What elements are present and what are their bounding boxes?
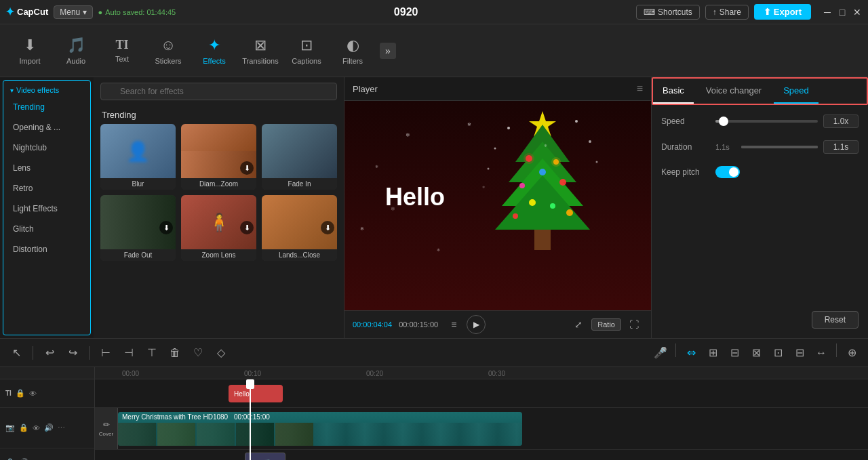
minimize-button[interactable]: ─ (822, 7, 833, 18)
audio-clip[interactable]: 🎵 (245, 453, 285, 460)
sidebar-item-opening[interactable]: Opening & ... (3, 117, 90, 138)
tool-filters[interactable]: ◐ Filters (331, 27, 374, 75)
search-wrapper: 🔍 (100, 83, 337, 100)
tool-transitions[interactable]: ⊠ Transitions (239, 27, 282, 75)
sidebar-item-nightclub[interactable]: Nightclub (3, 138, 90, 158)
effect-name-landsclose: Lands...Close (262, 249, 337, 261)
split-v-button[interactable]: ⊣ (119, 343, 138, 362)
play-button[interactable]: ▶ (467, 315, 486, 334)
bookmark-button[interactable]: ◇ (212, 343, 231, 362)
fullscreen-button[interactable]: ⛶ (625, 316, 643, 333)
tool-effects[interactable]: ✦ Effects (193, 27, 236, 75)
list-view-button[interactable]: ≡ (445, 316, 462, 333)
menu-button[interactable]: Menu ▾ (54, 5, 92, 19)
speed-slider-track[interactable] (715, 120, 818, 123)
sidebar-item-lighteffects[interactable]: Light Effects (3, 198, 90, 219)
effect-card-fadeout[interactable]: ⬇ Fade Out (100, 195, 176, 261)
cover-button[interactable]: ✏ Cover (95, 408, 118, 449)
top-bar: ✦ CapCut Menu ▾ ● Auto saved: 01:44:45 0… (0, 0, 868, 24)
ruler-mark-3: 00:30 (488, 370, 505, 377)
export-button[interactable]: ⬆ Export (754, 4, 811, 20)
time-total: 00:00:15:00 (399, 320, 438, 329)
text-clip-hello[interactable]: Hello (229, 385, 283, 402)
split-h-button[interactable]: ⊤ (142, 343, 161, 362)
shortcuts-button[interactable]: ⌨ Shortcuts (636, 5, 700, 20)
fullscreen-preview-button[interactable]: ⤢ (570, 316, 587, 333)
sidebar-item-trending[interactable]: Trending (3, 97, 90, 117)
expand-clips-button[interactable]: ⊠ (747, 343, 766, 362)
christmas-tree-svg (475, 108, 610, 270)
delete-button[interactable]: 🗑 (165, 343, 184, 362)
export-icon: ⬆ (764, 7, 771, 17)
duration-slider-track[interactable] (741, 146, 818, 148)
effect-card-zoomlens[interactable]: 🧍 ⬇ Zoom Lens (181, 195, 256, 261)
search-input[interactable] (100, 83, 337, 100)
filters-icon: ◐ (347, 37, 359, 54)
tool-import[interactable]: ⬇ Import (8, 27, 52, 75)
ruler-mark-2: 00:20 (366, 370, 383, 377)
player-menu-icon[interactable]: ≡ (637, 83, 643, 95)
tool-audio[interactable]: 🎵 Audio (54, 27, 98, 75)
split-button[interactable]: ⊢ (96, 343, 115, 362)
autosave-icon: ● (98, 8, 103, 16)
mic-button[interactable]: 🎤 (651, 343, 670, 362)
tool-captions[interactable]: ⊡ Captions (285, 27, 328, 75)
playhead[interactable] (250, 379, 251, 460)
tool-text[interactable]: TI Text (100, 27, 144, 75)
zoomlens-thumb: 🧍 ⬇ (181, 195, 256, 249)
captions-icon: ⊡ (300, 37, 313, 54)
effects-icon: ✦ (208, 37, 220, 54)
download-icon-zoomlens: ⬇ (240, 221, 254, 234)
tool-stickers[interactable]: ☺ Stickers (146, 27, 190, 75)
main-toolbar: ⬇ Import 🎵 Audio TI Text ☺ Stickers ✦ Ef… (0, 24, 868, 77)
sidebar-item-retro[interactable]: Retro (3, 178, 90, 198)
player-right-buttons: ⤢ Ratio ⛶ (570, 316, 643, 333)
maximize-button[interactable]: □ (837, 7, 848, 18)
minus-button[interactable]: ⊟ (790, 343, 809, 362)
effect-card-fadein[interactable]: Fade In (262, 124, 337, 190)
extract-button[interactable]: ⊡ (768, 343, 787, 362)
tool-audio-label: Audio (66, 57, 85, 65)
tab-speed[interactable]: Speed (774, 79, 818, 104)
tool-effects-label: Effects (203, 57, 225, 65)
svg-point-14 (566, 209, 573, 216)
effect-card-landsclose[interactable]: ⬇ Lands...Close (262, 195, 337, 261)
reset-button[interactable]: Reset (812, 311, 859, 329)
effect-name-blur: Blur (100, 178, 176, 190)
sidebar-item-glitch[interactable]: Glitch (3, 219, 90, 239)
favorite-button[interactable]: ♡ (189, 343, 208, 362)
toolbar-expand-button[interactable]: » (380, 43, 396, 59)
tab-basic[interactable]: Basic (653, 79, 694, 104)
speed-value[interactable]: 1.0x (823, 114, 859, 128)
speed-slider-thumb[interactable] (719, 117, 728, 126)
tab-voice-changer[interactable]: Voice changer (696, 79, 771, 104)
clip-link-button[interactable]: ⊞ (703, 343, 722, 362)
redo-button[interactable]: ↪ (63, 343, 82, 362)
sidebar-item-lens[interactable]: Lens (3, 158, 90, 178)
svg-point-13 (513, 213, 518, 219)
ruler-mark-1: 00:10 (244, 370, 261, 377)
undo-button[interactable]: ↩ (40, 343, 59, 362)
effect-name-fadein: Fade In (262, 178, 337, 190)
video-clip[interactable]: Merry Christmas with Tree HD1080 00:00:1… (118, 412, 522, 446)
svg-point-15 (524, 153, 534, 164)
keep-pitch-toggle[interactable] (715, 166, 740, 178)
zoom-timeline-button[interactable]: ⊕ (842, 343, 861, 362)
player-overlay-text: Hello (385, 183, 445, 211)
link-tool-button[interactable]: ⇔ (682, 343, 701, 362)
effect-name-fadeout: Fade Out (100, 249, 176, 261)
audio-icon-video: 🔊 (44, 423, 54, 432)
effect-card-diamzoom[interactable]: ⬇ Diam...Zoom (181, 124, 256, 190)
stickers-icon: ☺ (161, 37, 176, 54)
chain-button[interactable]: ⊟ (725, 343, 744, 362)
fadein-thumb (262, 124, 337, 178)
effect-card-blur[interactable]: 👤 Blur (100, 124, 176, 190)
close-button[interactable]: ✕ (852, 7, 863, 18)
sidebar-item-distortion[interactable]: Distortion (3, 239, 90, 259)
speed-row: Speed 1.0x (661, 114, 859, 128)
audio-wave-button[interactable]: ↔ (812, 343, 831, 362)
share-button[interactable]: ↑ Share (705, 5, 749, 20)
ratio-button[interactable]: Ratio (591, 318, 621, 331)
duration-value[interactable]: 1.1s (823, 140, 859, 154)
cursor-tool-button[interactable]: ↖ (7, 343, 26, 362)
